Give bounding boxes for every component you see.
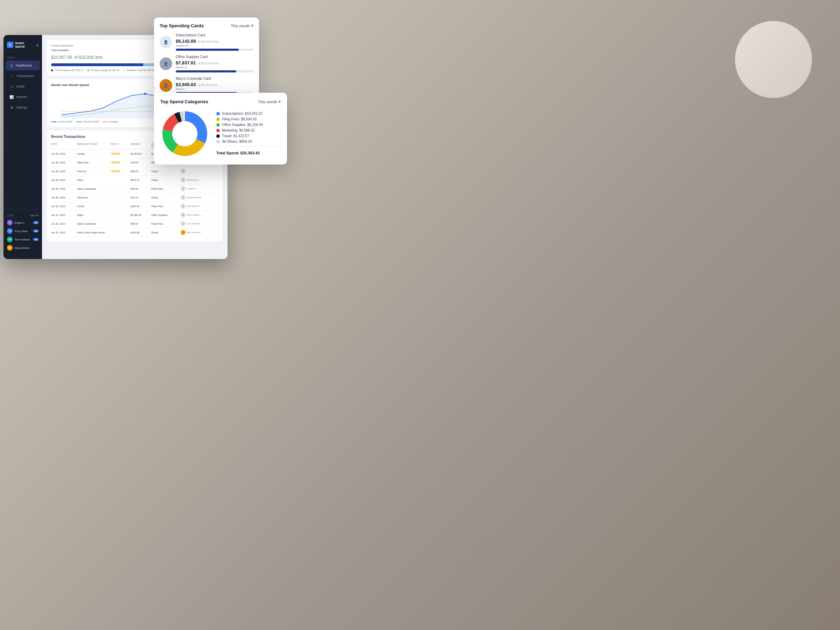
card-2-limit: of $10,000 limit [197, 62, 219, 65]
date-cell: Jun 28, 2023 [51, 170, 76, 172]
tony-avatar: TS [7, 228, 13, 234]
logo-icon: S [7, 42, 13, 48]
spending-cards-header: Top Spending Cards This month ▾ [159, 23, 253, 28]
date-cell: Jun 28, 2023 [51, 161, 76, 164]
office-supplies-dot [216, 123, 220, 127]
spending-card-item-3: 👤 Mary's Corporate Card $3,945.63 of $5,… [159, 77, 253, 94]
sidebar-item-transactions[interactable]: ↕ Transactions [6, 71, 40, 81]
sidebar-cards-label: Cards [16, 85, 25, 88]
card-1-progress-fill [176, 49, 239, 51]
category-office-supplies: Office Supplies: $6,158.49 [216, 123, 281, 127]
sidebar-item-cards[interactable]: ▭ Cards [6, 82, 40, 92]
average-line [103, 122, 108, 122]
sidebar-dashboard-label: Dashboard [16, 64, 32, 67]
table-row: Jun 24, 2023 Apple $2,956.99 Office Supp… [51, 211, 218, 219]
card-3-limit: of $5,000 limit [197, 83, 217, 87]
previous-month-line [76, 122, 82, 122]
others-dot [216, 140, 220, 144]
linked-badge: Linked [201, 204, 202, 208]
sidebar-item-dashboard[interactable]: ⊞ Dashboard [6, 60, 40, 70]
category-cell: Filing Fees [151, 188, 179, 190]
merchant-cell: State Courthouse [77, 188, 109, 190]
legend-previous-month: Previous Month [76, 120, 99, 123]
chat-user-tony[interactable]: TS Tony Stark 12 [3, 227, 42, 235]
status-badge: Pending [110, 161, 121, 164]
date-cell: Jun 28, 2023 [51, 179, 76, 181]
merchant-cell: UCSIS [77, 205, 109, 208]
card-cell: L Loretta H. [181, 186, 202, 191]
category-subscriptions: Subscriptions: $10,542.22 [216, 112, 281, 115]
reports-icon: 📊 [9, 95, 14, 99]
angie-badge: 12 [33, 221, 38, 224]
marvin-avatar: 👤 [159, 57, 172, 70]
sidebar-transactions-label: Transactions [16, 74, 34, 78]
category-cell: Filing Fees [151, 223, 179, 225]
sidebar-item-settings[interactable]: ⚙ Settings [6, 103, 40, 112]
amount-cell: $46.53 [131, 170, 150, 172]
svg-point-12 [172, 122, 197, 146]
sally-name: Sally Adams [14, 246, 38, 249]
card-avatar: P [181, 169, 185, 174]
card-cell: G George ouen... [181, 177, 202, 182]
travel-label: Travel: $1,423.57 [222, 134, 281, 138]
header-amount: Amount [131, 143, 150, 148]
card-2-user: Marvin A. [176, 66, 253, 69]
chat-view-all[interactable]: View All [30, 214, 38, 217]
status-cell: Pending [110, 169, 129, 173]
category-cell: Dining [151, 231, 179, 234]
table-row: Jun 26, 2023 State Courthouse $50.00 Fil… [51, 185, 218, 193]
legend-current-month: Current Month [51, 120, 73, 123]
merchant-cell: Apple [77, 214, 109, 216]
sidebar-settings-label: Settings [16, 106, 28, 109]
merchant-cell: Office Max [77, 161, 109, 164]
table-row: Jun 25, 2023 UCSIS $150.00 Filing Fees H… [51, 202, 218, 211]
top-spending-cards-widget: Top Spending Cards This month ▾ 👤 Subscr… [154, 17, 259, 104]
date-cell: Jun 24, 2023 [51, 214, 76, 216]
card-1-name: Subscriptions Card [176, 33, 253, 37]
amount-cell: $2,956.99 [131, 214, 150, 216]
card-2-name: Office Supplies Card [176, 55, 253, 59]
office-supplies-label: Office Supplies: $6,158.49 [222, 123, 281, 127]
app-logo: S Smart Spend ◀ [3, 39, 42, 52]
header-merchant: Merchant Name [77, 143, 109, 148]
card-1-user: Joseph W. [176, 44, 253, 47]
angie-avatar: AL [7, 220, 13, 226]
category-others: All Others: $956.33 [216, 140, 281, 144]
category-marketing: Marketing: $4,588.32 [216, 128, 281, 132]
status-cell: Pending [110, 161, 129, 164]
category-filing-fees: Filing Fees: $8,694.50 [216, 117, 281, 121]
card-1-info: Subscriptions Card $8,142.69 of $10,000 … [176, 33, 253, 51]
status-badge: Pending [110, 152, 121, 155]
categories-header: Top Spend Categories This month ▾ [160, 99, 281, 104]
card-3-user: Mary P. [176, 87, 253, 91]
merchant-cell: Chevron [77, 170, 109, 172]
spending-card-item-1: 👤 Subscriptions Card $8,142.69 of $10,00… [159, 33, 253, 51]
header-date: Date [51, 143, 76, 148]
others-label: All Others: $956.33 [222, 140, 281, 144]
table-row: Jun 24, 2023 State Courthouse $50.00 Fil… [51, 219, 218, 228]
card-cell: L Lynn Jacobson Linked ✓ [181, 221, 202, 226]
app-name: Smart Spend [15, 41, 34, 48]
joseph-avatar: 👤 [159, 36, 172, 48]
amount-cell: $234.96 [131, 231, 150, 234]
categories-inner: Subscriptions: $10,542.22 Filing Fees: $… [160, 109, 281, 158]
categories-period[interactable]: This month ▾ [258, 99, 281, 104]
chat-user-angie[interactable]: AL Angie Li 12 [3, 218, 42, 227]
svg-point-5 [144, 93, 146, 95]
chat-user-tom[interactable]: TH Tom Holland 12 [3, 235, 42, 243]
card-3-name: Mary's Corporate Card [176, 77, 253, 81]
collapse-button[interactable]: ◀ [36, 43, 38, 47]
amount-cell: $14.23 [131, 196, 150, 199]
sally-avatar: SA [7, 245, 13, 251]
amount-cell: $4,523.00 [131, 153, 150, 155]
tom-badge: 12 [33, 238, 38, 241]
spending-cards-title: Top Spending Cards [159, 23, 204, 28]
merchant-cell: State Courthouse [77, 223, 109, 225]
category-total: Total Spend: $32,363.43 [216, 146, 281, 156]
table-row: Jun 28, 2023 Chevron Pending $46.53 Trav… [51, 167, 218, 176]
card-cell: A Arlene Donnelly Linked ✓ [181, 195, 202, 200]
total-label: Total Spend: $32,363.43 [216, 151, 260, 155]
sidebar-item-reports[interactable]: 📊 Reports [6, 92, 40, 102]
spending-cards-period[interactable]: This month ▾ [231, 24, 253, 28]
chat-user-sally[interactable]: SA Sally Adams [3, 243, 42, 252]
